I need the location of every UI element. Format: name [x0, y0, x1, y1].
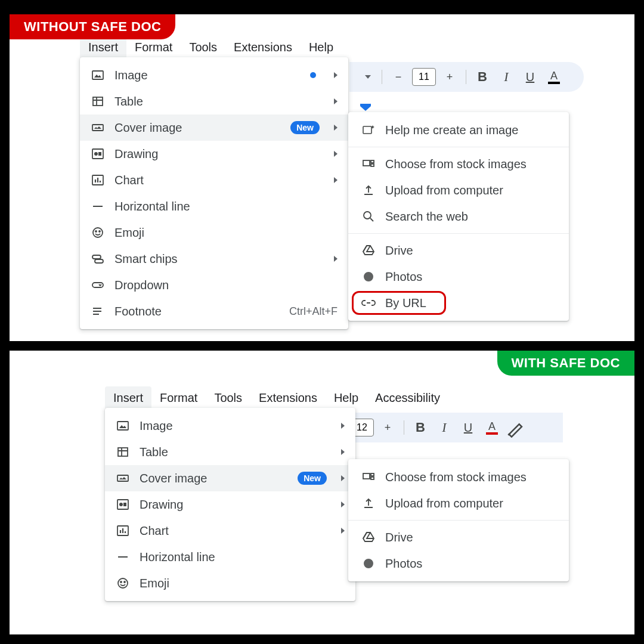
- svg-point-22: [119, 503, 123, 506]
- cover-top-item-upload-from-computer[interactable]: Upload from computer: [348, 177, 569, 203]
- submenu-item-label: Choose from stock images: [385, 157, 527, 171]
- cover-top-item-search-the-web[interactable]: Search the web: [348, 203, 569, 230]
- menu-format[interactable]: Format: [151, 386, 206, 410]
- svg-point-7: [93, 228, 103, 237]
- italic-button[interactable]: I: [496, 67, 516, 87]
- cover-top-item-choose-from-stock-images[interactable]: Choose from stock images: [348, 151, 569, 177]
- insert-bot-item-drawing[interactable]: Drawing: [105, 491, 355, 518]
- insert-top-item-dropdown[interactable]: Dropdown: [80, 272, 348, 298]
- cover-top-item-photos[interactable]: Photos: [348, 264, 569, 290]
- decrease-font-button[interactable]: −: [388, 67, 408, 87]
- underline-button[interactable]: U: [520, 67, 540, 87]
- tag-with: WITH SAFE DOC: [497, 351, 635, 376]
- cover-bot-item-photos[interactable]: Photos: [348, 550, 569, 577]
- insert-top-item-table[interactable]: Table: [80, 88, 348, 114]
- cover-top-item-drive[interactable]: Drive: [348, 237, 569, 264]
- svg-rect-11: [95, 259, 103, 263]
- submenu-item-label: Photos: [385, 557, 422, 571]
- bold-button[interactable]: B: [472, 67, 493, 87]
- menu-extensions[interactable]: Extensions: [250, 386, 326, 410]
- menu-item-label: Horizontal line: [140, 550, 345, 564]
- font-dropdown-icon[interactable]: [355, 67, 376, 87]
- panel-without-safedoc: WITHOUT SAFE DOC Insert Format Tools Ext…: [10, 14, 634, 341]
- insert-top-item-chart[interactable]: Chart: [80, 167, 348, 193]
- table-icon: [91, 94, 105, 109]
- cover-bot-item-drive[interactable]: Drive: [348, 524, 569, 550]
- increase-font-button[interactable]: +: [377, 417, 398, 438]
- underline-button[interactable]: U: [458, 417, 478, 438]
- shortcut-label: Ctrl+Alt+F: [289, 305, 338, 318]
- new-badge: New: [290, 121, 320, 134]
- menu-accessibility[interactable]: Accessibility: [367, 386, 448, 410]
- submenu-item-label: Upload from computer: [385, 497, 503, 510]
- chips-icon: [91, 252, 105, 266]
- insert-top-item-image[interactable]: Image: [80, 62, 348, 88]
- menu-extensions[interactable]: Extensions: [225, 36, 301, 59]
- separator: [382, 70, 382, 84]
- chevron-right-icon: [334, 177, 338, 183]
- svg-rect-19: [118, 448, 128, 456]
- bold-button[interactable]: B: [410, 417, 431, 438]
- text-color-button[interactable]: A: [482, 417, 502, 438]
- drawing-icon: [116, 497, 130, 512]
- insert-bot-item-table[interactable]: Table: [105, 439, 355, 465]
- divider: [348, 520, 569, 521]
- menu-item-label: Table: [114, 95, 320, 109]
- cover-icon: [116, 471, 130, 485]
- cover-image-submenu-bot: Choose from stock imagesUpload from comp…: [348, 459, 569, 581]
- cover-top-item-help-me-create-an-image[interactable]: Help me create an image: [348, 117, 569, 143]
- sparkle-icon: [361, 123, 376, 137]
- menu-tools[interactable]: Tools: [181, 36, 225, 59]
- cover-bot-item-choose-from-stock-images[interactable]: Choose from stock images: [348, 464, 569, 490]
- insert-top-item-drawing[interactable]: Drawing: [80, 141, 348, 167]
- menu-tools[interactable]: Tools: [206, 386, 250, 410]
- svg-point-9: [99, 231, 100, 232]
- insert-bot-item-image[interactable]: Image: [105, 413, 355, 439]
- image-icon: [91, 68, 105, 82]
- emoji-icon: [91, 225, 105, 240]
- photos-icon: [361, 556, 376, 571]
- svg-point-27: [124, 581, 125, 583]
- chevron-right-icon: [341, 501, 345, 507]
- upload-icon: [361, 183, 376, 197]
- insert-dropdown-bot: ImageTableCover imageNewDrawingChartHori…: [105, 408, 355, 601]
- italic-button[interactable]: I: [434, 417, 454, 438]
- insert-bot-item-emoji[interactable]: Emoji: [105, 570, 355, 596]
- submenu-item-label: Upload from computer: [385, 184, 503, 197]
- svg-rect-0: [92, 71, 103, 79]
- insert-top-item-cover-image[interactable]: Cover imageNew: [80, 114, 348, 141]
- font-size-input[interactable]: [412, 68, 436, 86]
- submenu-item-label: Drive: [385, 244, 413, 258]
- chart-icon: [116, 524, 130, 538]
- insert-top-item-horizontal-line[interactable]: Horizontal line: [80, 193, 348, 219]
- menu-help[interactable]: Help: [326, 386, 367, 410]
- chevron-right-icon: [334, 98, 338, 104]
- insert-dropdown-top: ImageTableCover imageNewDrawingChartHori…: [80, 57, 348, 329]
- menu-item-label: Dropdown: [114, 278, 338, 292]
- cover-bot-item-upload-from-computer[interactable]: Upload from computer: [348, 490, 569, 516]
- insert-bot-item-chart[interactable]: Chart: [105, 518, 355, 544]
- submenu-item-label: By URL: [385, 296, 426, 310]
- tab-marker-icon: [360, 104, 371, 110]
- highlight-button[interactable]: [506, 417, 526, 438]
- text-color-button[interactable]: A: [544, 67, 564, 87]
- insert-top-item-footnote[interactable]: FootnoteCtrl+Alt+F: [80, 298, 348, 324]
- menu-insert[interactable]: Insert: [105, 386, 151, 410]
- submenu-item-label: Drive: [385, 531, 413, 544]
- svg-point-4: [94, 152, 98, 156]
- increase-font-button[interactable]: +: [439, 67, 460, 87]
- svg-rect-18: [117, 422, 128, 430]
- tag-without: WITHOUT SAFE DOC: [10, 14, 175, 39]
- cover-top-item-by-url[interactable]: By URL: [348, 290, 569, 316]
- menu-item-label: Image: [114, 69, 301, 82]
- menu-item-label: Chart: [114, 174, 320, 187]
- insert-bot-item-cover-image[interactable]: Cover imageNew: [105, 465, 355, 491]
- chevron-right-icon: [341, 423, 345, 429]
- new-badge: New: [298, 472, 327, 485]
- dropdown-icon: [91, 278, 105, 292]
- insert-bot-item-horizontal-line[interactable]: Horizontal line: [105, 544, 355, 570]
- menu-help[interactable]: Help: [301, 36, 342, 59]
- insert-top-item-smart-chips[interactable]: Smart chips: [80, 246, 348, 272]
- insert-top-item-emoji[interactable]: Emoji: [80, 219, 348, 246]
- menu-item-label: Table: [140, 445, 327, 459]
